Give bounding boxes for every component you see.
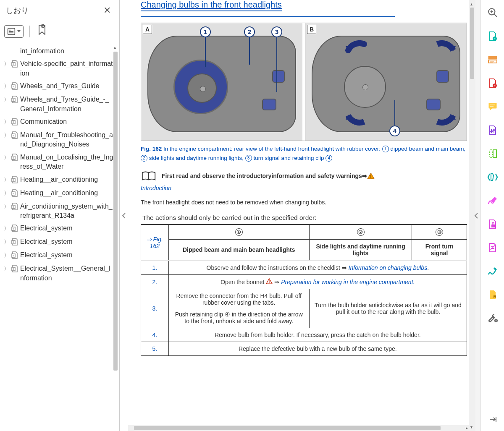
more-tools-button[interactable]: +: [487, 312, 499, 324]
edit-button[interactable]: [487, 265, 499, 277]
bookmark-item[interactable]: 〉Heating__air_conditioning: [2, 187, 118, 200]
expand-toolbar-button[interactable]: [487, 413, 499, 425]
chevron-right-icon[interactable]: 〉: [3, 117, 11, 126]
bookmark-item[interactable]: 〉Communication: [2, 115, 118, 129]
collapse-sidebar-button[interactable]: [120, 0, 128, 431]
bookmark-item[interactable]: 〉Electrical_system: [2, 235, 118, 249]
zoom-button[interactable]: [487, 7, 499, 18]
chevron-right-icon[interactable]: 〉: [3, 153, 11, 162]
table-header-c3: ③: [412, 225, 467, 240]
bookmark-label: Wheels_and_Tyres_Guide: [20, 81, 117, 91]
table-col3: Front turn signal: [412, 240, 467, 261]
bookmark-item[interactable]: int_information: [2, 45, 118, 57]
chevron-right-icon[interactable]: 〉: [3, 175, 11, 184]
bookmark-label: Electrical_system: [20, 251, 117, 260]
chevron-right-icon[interactable]: 〉: [3, 237, 11, 246]
scroll-up-icon[interactable]: ▴: [114, 45, 116, 50]
bookmark-item[interactable]: 〉Heating__air_conditioning: [2, 173, 118, 187]
compress-button[interactable]: [487, 148, 499, 159]
chevron-right-icon[interactable]: 〉: [3, 202, 11, 211]
bookmark-label: Vehicle-specific_paint_information: [20, 59, 117, 78]
bookmark-item[interactable]: 〉Wheels_and_Tyres_Guide_-_General_Inform…: [2, 93, 118, 115]
chevron-right-icon[interactable]: 〉: [3, 251, 11, 259]
chevron-right-icon[interactable]: 〉: [3, 59, 11, 68]
svg-rect-32: [12, 227, 15, 230]
bookmark-icon: [37, 24, 47, 37]
chevron-right-icon[interactable]: 〉: [3, 188, 11, 197]
chevron-right-icon[interactable]: 〉: [3, 264, 11, 273]
figure-caption: Fig. 162 In the engine compartment: rear…: [141, 144, 467, 162]
combine-button[interactable]: [487, 54, 499, 65]
table-header-c2: ②: [309, 225, 412, 240]
warning-icon: !: [266, 279, 273, 285]
svg-line-66: [490, 245, 495, 250]
bookmark-node-icon: [11, 117, 20, 127]
svg-rect-17: [12, 134, 15, 137]
bookmark-item[interactable]: 〉Electrical_System__General_Information: [2, 262, 118, 285]
content-scroll-thumb[interactable]: [470, 8, 474, 79]
sign-button[interactable]: [487, 195, 499, 206]
bookmark-node-icon: [11, 188, 20, 199]
bookmark-label: Heating__air_conditioning: [20, 175, 117, 184]
collapse-tools-button[interactable]: [472, 212, 480, 219]
content-hscroll-thumb[interactable]: [134, 426, 441, 430]
outline-options-button[interactable]: [4, 25, 24, 38]
bookmark-tree[interactable]: int_information〉Vehicle-specific_paint_i…: [0, 43, 119, 431]
introduction-link[interactable]: Introduction: [141, 185, 467, 191]
svg-rect-20: [12, 156, 15, 159]
bookmark-label: Electrical_system: [20, 224, 117, 233]
chevron-right-icon[interactable]: 〉: [3, 81, 11, 90]
content-scrollbar-h[interactable]: ▸: [128, 425, 469, 431]
chevron-right-icon[interactable]: 〉: [3, 131, 11, 139]
scan-button[interactable]: [487, 171, 499, 183]
document-viewport[interactable]: Changing bulbs in the front headlights A…: [128, 0, 475, 431]
bookmark-label: Heating__air_conditioning: [20, 188, 117, 198]
organize-button[interactable]: [487, 124, 499, 136]
bookmark-node-icon: [11, 131, 20, 141]
info-changing-bulbs-link[interactable]: Information on changing bulbs: [349, 264, 428, 271]
page: Changing bulbs in the front headlights A…: [128, 0, 475, 364]
table-row: 5. Replace the defective bulb with a new…: [141, 342, 467, 356]
callout-2: 2: [244, 26, 255, 37]
table-row: 2. Open the bonnet ! ⇒ Preparation for w…: [141, 275, 467, 289]
bookmark-node-icon: [11, 81, 20, 91]
send-button[interactable]: [487, 289, 499, 300]
sidebar-title: しおり: [6, 5, 29, 16]
bookmark-item[interactable]: 〉Manual_on_Localising_the_Ingress_of_Wat…: [2, 151, 118, 173]
chevron-right-icon[interactable]: 〉: [3, 224, 11, 232]
bookmark-item[interactable]: 〉Wheels_and_Tyres_Guide: [2, 80, 118, 93]
bookmark-node-icon: [11, 175, 20, 185]
chevron-right-icon[interactable]: 〉: [3, 95, 11, 104]
bookmark-item[interactable]: 〉Electrical_system: [2, 249, 118, 262]
redact-button[interactable]: [487, 242, 499, 253]
figure-panel-a: A 1 2 3: [141, 23, 302, 141]
bookmark-label: Wheels_and_Tyres_Guide_-_General_Informa…: [20, 95, 117, 114]
export-pdf-button[interactable]: +: [487, 77, 499, 89]
engine-prep-link[interactable]: Preparation for working in the engine co…: [281, 279, 415, 285]
scroll-down-icon[interactable]: ▾: [470, 425, 472, 429]
close-icon[interactable]: ✕: [101, 3, 113, 18]
list-icon: [7, 27, 16, 36]
bookmark-item[interactable]: 〉Electrical_system: [2, 222, 118, 235]
scroll-right-icon[interactable]: ▸: [466, 426, 468, 430]
content-area: Changing bulbs in the front headlights A…: [128, 0, 480, 431]
instruction-table: ⇒ Fig. 162 ① ② ③ Dipped beam and main be…: [141, 224, 467, 356]
scroll-up-icon[interactable]: ▴: [470, 2, 472, 6]
protect-button[interactable]: [487, 218, 499, 230]
bookmark-item[interactable]: 〉Vehicle-specific_paint_information: [2, 57, 118, 80]
body-text: The front headlight does not need to be …: [141, 199, 467, 206]
table-row: 3. Remove the connector from the H4 bulb…: [141, 289, 467, 328]
bookmark-label: Manual_on_Localising_the_Ingress_of_Wate…: [20, 153, 117, 172]
bookmark-node-icon: [11, 251, 20, 261]
comment-button[interactable]: [487, 101, 499, 112]
bookmark-ribbon-button[interactable]: [36, 24, 48, 39]
svg-rect-38: [12, 254, 15, 257]
sidebar-scroll-thumb[interactable]: [113, 52, 118, 371]
sidebar-scrollbar[interactable]: ▴: [113, 43, 118, 431]
bookmark-item[interactable]: 〉Air_conditioning_system_with_refrigeran…: [2, 200, 118, 222]
svg-rect-62: [493, 150, 496, 157]
page-title: Changing bulbs in the front headlights: [141, 0, 282, 11]
bookmark-item[interactable]: 〉Manual_for_Troubleshooting_and_Diagnosi…: [2, 129, 118, 151]
sidebar: しおり ✕ int_information〉Vehicle-specific_p…: [0, 0, 120, 431]
create-pdf-button[interactable]: +: [487, 30, 499, 42]
